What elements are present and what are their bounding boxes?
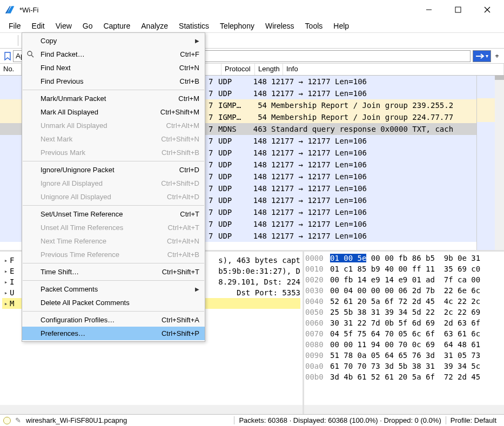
menu-item-set-unset-time-reference[interactable]: Set/Unset Time ReferenceCtrl+T [22,207,205,221]
menu-item-packet-comments[interactable]: Packet Comments▶ [22,282,205,296]
hex-row[interactable]: 00b03d 4b 61 52 61 20 5a 6f 72 2d 45 [305,373,503,383]
status-profile[interactable]: Profile: Default [446,416,501,424]
menu-separator [23,311,204,312]
expert-info-icon[interactable] [3,417,11,424]
menu-separator [23,205,204,206]
toolbar-separator [18,35,18,46]
menu-item-previous-time-reference: Previous Time ReferenceCtrl+Alt+B [22,248,205,261]
hex-row[interactable]: 003000 04 00 00 00 06 2d 7b 22 6e 6c [305,286,503,297]
menubar: FileEditViewGoCaptureAnalyzeStatisticsTe… [0,19,504,32]
svg-rect-1 [455,7,461,12]
search-icon [26,50,35,59]
menu-item-unignore-all-displayed: Unignore All DisplayedCtrl+Alt+D [22,190,205,204]
menu-item-next-time-reference: Next Time ReferenceCtrl+Alt+N [22,234,205,248]
menu-capture[interactable]: Capture [98,21,136,31]
bookmark-icon[interactable] [2,52,13,60]
capture-file-properties-icon[interactable]: ✎ [14,417,22,424]
window-title: *Wi-Fi [19,6,416,14]
menu-separator [23,161,204,161]
close-button[interactable] [475,1,500,18]
menu-telephony[interactable]: Telephony [214,21,260,31]
packet-ruler [476,76,495,250]
hex-row[interactable]: 00a061 70 70 73 3d 5b 38 31 39 34 5c [305,362,503,373]
hex-row[interactable]: 009051 78 0a 05 64 65 76 3d 31 05 73 [305,351,503,362]
menu-separator [23,263,204,263]
status-packet-stats: Packets: 60368 · Displayed: 60368 (100.0… [234,416,445,424]
minimize-button[interactable] [416,1,441,18]
maximize-button[interactable] [446,1,471,18]
details-scrollbar-x[interactable] [0,405,303,414]
app-icon [4,4,15,15]
packet-list-scrollbar-y[interactable] [495,76,504,250]
svg-point-25 [28,51,32,56]
edit-menu-dropdown: Copy▶Find Packet…Ctrl+FFind NextCtrl+NFi… [22,32,205,342]
filter-apply-button[interactable]: ▾ [473,50,491,62]
svg-line-26 [31,55,33,57]
toolbar-item[interactable] [2,34,15,47]
menu-item-ignore-all-displayed: Ignore All DisplayedCtrl+Shift+D [22,177,205,190]
menu-file[interactable]: File [3,21,26,31]
status-filename: wireshark_Wi-FiSF80U1.pcapng [26,416,234,424]
menu-separator [23,280,204,281]
filter-add-button[interactable]: + [492,50,502,62]
menu-item-unset-all-time-references: Unset All Time ReferencesCtrl+Alt+T [22,221,205,234]
menu-item-configuration-profiles[interactable]: Configuration Profiles…Ctrl+Shift+A [22,313,205,327]
menu-wireless[interactable]: Wireless [260,21,300,31]
menu-item-find-packet[interactable]: Find Packet…Ctrl+F [22,48,205,61]
hex-row[interactable]: 006030 31 22 7d 0b 5f 6d 69 2d 63 6f [305,319,503,329]
hex-row[interactable]: 002000 fb 14 e9 14 e9 01 ad 7f ca 00 [305,275,503,286]
menu-statistics[interactable]: Statistics [173,21,214,31]
column-header-length[interactable]: Length [255,64,283,75]
menu-item-find-previous[interactable]: Find PreviousCtrl+B [22,75,205,88]
menu-view[interactable]: View [50,21,77,31]
hex-row[interactable]: 000001 00 5e 00 00 fb 86 b5 9b 0e 31 [305,254,503,265]
menu-edit[interactable]: Edit [26,21,50,31]
menu-item-preferences[interactable]: Preferences…Ctrl+Shift+P [22,327,205,340]
menu-item-next-mark: Next MarkCtrl+Shift+N [22,132,205,146]
hex-row[interactable]: 007004 5f 75 64 70 05 6c 6f 63 61 6c [305,329,503,340]
menu-item-delete-all-packet-comments[interactable]: Delete All Packet Comments [22,296,205,309]
hex-row[interactable]: 004052 61 20 5a 6f 72 2d 45 4c 22 2c [305,297,503,308]
column-header-no[interactable]: No. [0,64,22,75]
window-controls [416,1,500,18]
menu-item-copy[interactable]: Copy▶ [22,34,205,48]
menu-tools[interactable]: Tools [300,21,328,31]
menu-analyze[interactable]: Analyze [136,21,173,31]
statusbar: ✎ wireshark_Wi-FiSF80U1.pcapng Packets: … [0,414,504,426]
menu-separator [23,90,204,90]
menu-item-time-shift[interactable]: Time Shift…Ctrl+Shift+T [22,265,205,279]
column-header-info[interactable]: Info [283,64,504,75]
menu-go[interactable]: Go [77,21,98,31]
bytes-scrollbar-x[interactable] [304,405,504,414]
menu-item-mark-unmark-packet[interactable]: Mark/Unmark PacketCtrl+M [22,92,205,105]
menu-item-unmark-all-displayed: Unmark All DisplayedCtrl+Alt+M [22,119,205,132]
menu-item-previous-mark: Previous MarkCtrl+Shift+B [22,146,205,159]
window-titlebar: *Wi-Fi [0,0,504,19]
column-header-protocol[interactable]: Protocol [221,64,255,75]
menu-item-mark-all-displayed[interactable]: Mark All DisplayedCtrl+Shift+M [22,105,205,119]
menu-item-find-next[interactable]: Find NextCtrl+N [22,61,205,75]
hex-row[interactable]: 008000 00 11 94 00 70 0c 69 64 48 61 [305,340,503,351]
hex-row[interactable]: 001001 c1 85 b9 40 00 ff 11 35 69 c0 [305,265,503,275]
packet-bytes-pane: 000001 00 5e 00 00 fb 86 b5 9b 0e 310010… [304,252,504,414]
menu-help[interactable]: Help [328,21,354,31]
menu-item-ignore-unignore-packet[interactable]: Ignore/Unignore PacketCtrl+D [22,163,205,177]
hex-row[interactable]: 005025 5b 38 31 39 34 5d 22 2c 22 69 [305,308,503,319]
